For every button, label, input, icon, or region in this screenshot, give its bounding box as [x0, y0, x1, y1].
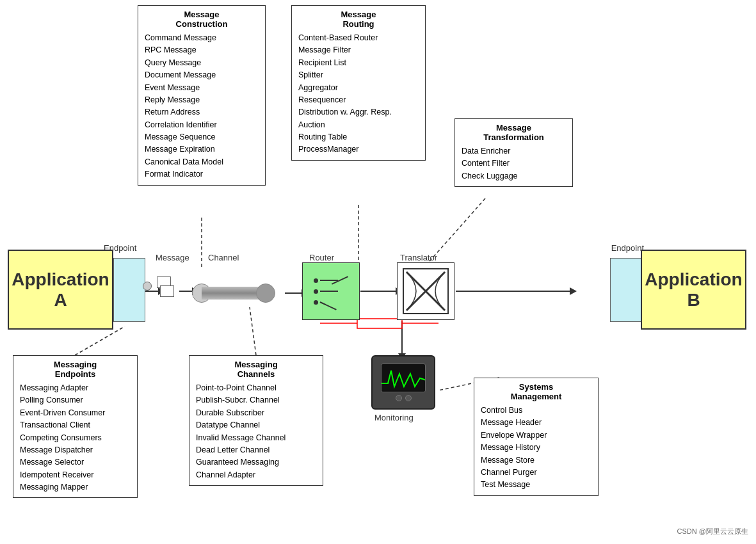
list-item: Data Enricher	[462, 145, 566, 157]
list-item: Content Filter	[462, 157, 566, 170]
monitor-waveform	[382, 364, 426, 392]
msg-transformation-items: Data EnricherContent FilterCheck Luggage	[462, 145, 566, 182]
endpoint-a	[113, 258, 145, 322]
list-item: Envelope Wrapper	[481, 429, 591, 442]
list-item: Query Message	[145, 57, 259, 69]
message-transformation-box: Message Transformation Data EnricherCont…	[454, 118, 573, 187]
list-item: Format Indicator	[145, 168, 259, 180]
sys-management-title: Systems Management	[481, 382, 591, 401]
application-a: Application A	[8, 250, 113, 330]
list-item: Invalid Message Channel	[196, 432, 316, 444]
application-b: Application B	[641, 250, 746, 330]
list-item: Message History	[481, 442, 591, 454]
svg-line-4	[250, 307, 256, 355]
list-item: Durable Subscriber	[196, 407, 316, 419]
list-item: Document Message	[145, 69, 259, 81]
watermark: CSDN @阿里云云原生	[677, 527, 748, 536]
diagram-container: Message Construction Command MessageRPC …	[0, 0, 756, 544]
list-item: Event Message	[145, 82, 259, 94]
list-item: Content-Based Router	[298, 32, 419, 44]
list-item: Recipient List	[298, 57, 419, 69]
monitoring-label: Monitoring	[374, 413, 414, 422]
list-item: Message Header	[481, 417, 591, 429]
msg-channels-title: Messaging Channels	[196, 360, 316, 379]
systems-management-box: Systems Management Control BusMessage He…	[474, 378, 599, 496]
list-item: Splitter	[298, 69, 419, 81]
messaging-endpoints-box: Messaging Endpoints Messaging AdapterPol…	[13, 355, 138, 498]
list-item: Channel Purger	[481, 467, 591, 479]
svg-line-3	[75, 326, 125, 355]
list-item: Check Luggage	[462, 170, 566, 182]
list-item: Routing Table	[298, 131, 419, 143]
msg-construction-items: Command MessageRPC MessageQuery MessageD…	[145, 32, 259, 181]
list-item: Idempotent Receiver	[20, 469, 131, 481]
list-item: Event-Driven Consumer	[20, 407, 131, 419]
list-item: Guaranteed Messaging	[196, 456, 316, 468]
messaging-channels-box: Messaging Channels Point-to-Point Channe…	[189, 355, 323, 486]
list-item: Message Sequence	[145, 131, 259, 143]
list-item: ProcessManager	[298, 143, 419, 156]
router-icon	[314, 278, 349, 305]
channel-label: Channel	[208, 253, 239, 262]
msg-routing-items: Content-Based RouterMessage FilterRecipi…	[298, 32, 419, 156]
list-item: Canonical Data Model	[145, 156, 259, 168]
list-item: Reply Message	[145, 94, 259, 106]
list-item: Return Address	[145, 106, 259, 118]
list-item: Point-to-Point Channel	[196, 382, 316, 394]
list-item: RPC Message	[145, 44, 259, 56]
translator-component	[397, 262, 454, 320]
msg-endpoints-items: Messaging AdapterPolling ConsumerEvent-D…	[20, 382, 131, 493]
monitor-screen	[381, 364, 426, 392]
router-label: Router	[309, 253, 334, 262]
list-item: Distribution w. Aggr. Resp.	[298, 106, 419, 118]
msg-endpoints-title: Messaging Endpoints	[20, 360, 131, 379]
translator-icon	[400, 266, 451, 317]
endpoint-label-b: Endpoint	[611, 243, 644, 253]
list-item: Message Dispatcher	[20, 444, 131, 456]
list-item: Correlation Identifier	[145, 119, 259, 131]
svg-rect-18	[357, 319, 402, 328]
router-component	[302, 262, 360, 320]
list-item: Datatype Channel	[196, 419, 316, 431]
list-item: Message Selector	[20, 456, 131, 468]
list-item: Auction	[298, 119, 419, 131]
list-item: Messaging Adapter	[20, 382, 131, 394]
list-item: Dead Letter Channel	[196, 444, 316, 456]
list-item: Transactional Client	[20, 419, 131, 431]
channel-pipe	[192, 284, 275, 303]
list-item: Aggregator	[298, 82, 419, 94]
msg-transformation-title: Message Transformation	[462, 123, 566, 142]
list-item: Message Filter	[298, 44, 419, 56]
list-item: Test Message	[481, 479, 591, 491]
msg-routing-title: Message Routing	[298, 10, 419, 29]
translator-label: Translator	[400, 253, 437, 262]
list-item: Polling Consumer	[20, 394, 131, 406]
list-item: Control Bus	[481, 404, 591, 417]
message-icon	[157, 276, 179, 302]
message-routing-box: Message Routing Content-Based RouterMess…	[291, 5, 426, 161]
message-construction-box: Message Construction Command MessageRPC …	[138, 5, 266, 186]
list-item: Messaging Mapper	[20, 481, 131, 493]
endpoint-label-a: Endpoint	[104, 243, 136, 253]
list-item: Resequencer	[298, 94, 419, 106]
list-item: Message Expiration	[145, 143, 259, 156]
monitoring-device	[371, 355, 435, 410]
list-item: Command Message	[145, 32, 259, 44]
msg-construction-title: Message Construction	[145, 10, 259, 29]
list-item: Message Store	[481, 454, 591, 467]
list-item: Competing Consumers	[20, 432, 131, 444]
msg-channels-items: Point-to-Point ChannelPublish-Subcr. Cha…	[196, 382, 316, 481]
list-item: Channel Adapter	[196, 469, 316, 481]
svg-marker-15	[570, 287, 577, 295]
list-item: Publish-Subcr. Channel	[196, 394, 316, 406]
message-label: Message	[156, 253, 189, 262]
sys-management-items: Control BusMessage HeaderEnvelope Wrappe…	[481, 404, 591, 492]
endpoint-b	[610, 258, 642, 322]
